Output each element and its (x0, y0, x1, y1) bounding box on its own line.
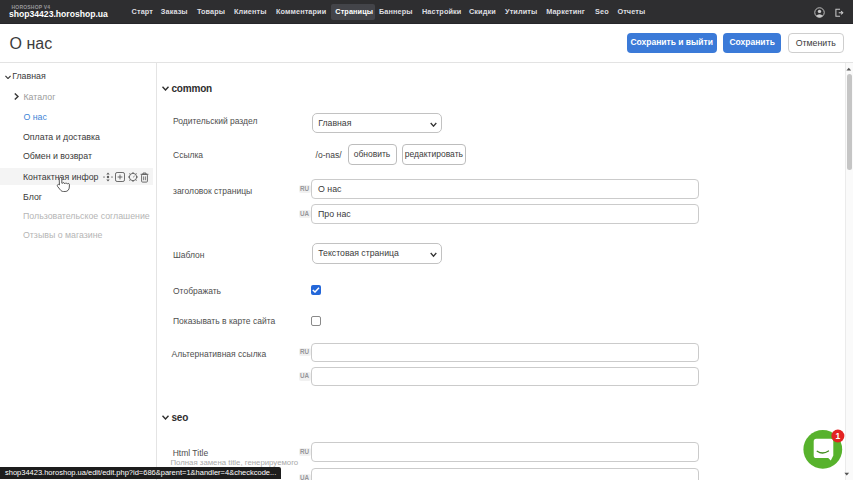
svg-text:1: 1 (836, 431, 841, 441)
